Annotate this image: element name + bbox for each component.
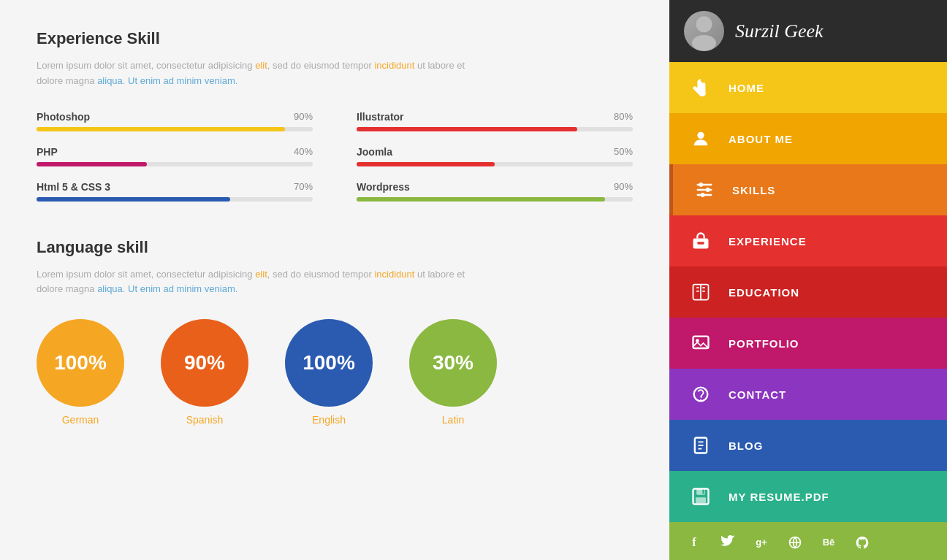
skills-grid: Photoshop 90% Illustrator 80% [37,111,633,202]
sidebar-name: Surzil Geek [735,20,824,42]
skill-bar-fill [357,197,605,202]
skill-bar-bg [37,162,313,166]
lang-label-spanish: Spanish [186,414,224,426]
skill-wordpress: Wordpress 90% [357,181,633,202]
hand-icon [688,74,714,101]
person-icon [688,126,714,152]
skill-html5: Html 5 & CSS 3 70% [37,181,313,202]
skills-desc: Lorem ipsum dolor sit amet, consectetur … [37,58,633,89]
svg-point-0 [696,16,712,32]
nav-blog-label: BLOG [729,440,763,452]
nav-portfolio[interactable]: PORTFOLIO [669,318,947,369]
nav-blog[interactable]: BLOG [669,420,947,471]
book-icon [688,279,714,305]
lang-english: 100% English [285,319,373,426]
avatar [684,11,724,51]
svg-point-1 [692,35,716,51]
skill-php: PHP 40% [37,146,313,166]
sliders-icon [691,177,718,203]
lang-german: 100% German [37,319,124,426]
document-icon [688,432,714,459]
svg-point-6 [699,183,703,187]
skill-bar-bg [357,197,633,202]
behance-icon[interactable]: Bē [818,532,839,553]
main-content: Experience Skill Lorem ipsum dolor sit a… [0,0,669,560]
svg-point-2 [697,132,704,139]
nav-contact-label: CONTACT [729,388,786,401]
svg-point-7 [706,188,710,192]
lang-label-german: German [62,414,99,426]
svg-rect-21 [696,497,706,503]
svg-point-8 [701,193,705,197]
nav-experience[interactable]: EXPERIENCE [669,215,947,266]
nav-experience-label: EXPERIENCE [729,235,807,248]
image-icon [688,330,714,356]
lang-spanish: 90% Spanish [161,319,248,426]
svg-point-14 [700,399,701,401]
skills-section: Experience Skill Lorem ipsum dolor sit a… [37,29,633,202]
nav-skills[interactable]: SKILLS [669,164,947,215]
sidebar: Surzil Geek HOME ABOUT ME [669,0,947,560]
nav-skills-label: SKILLS [732,184,775,196]
lang-label-english: English [312,414,346,426]
skill-bar-bg [357,127,633,131]
nav-portfolio-label: PORTFOLIO [729,337,799,350]
lang-latin: 30% Latin [409,319,497,426]
googleplus-icon[interactable]: g+ [751,532,772,553]
lang-circle-german: 100% [37,319,124,407]
skills-title: Experience Skill [37,29,633,48]
skill-photoshop: Photoshop 90% [37,111,313,131]
nav-education-label: EDUCATION [729,286,799,299]
skill-bar-fill [357,162,495,166]
language-circles: 100% German 90% Spanish 100% English 30%… [37,319,633,426]
skill-joomla: Joomla 50% [357,146,633,166]
nav-home-label: HOME [729,82,764,94]
lang-label-latin: Latin [442,414,464,426]
skill-illustrator: Illustrator 80% [357,111,633,131]
floppy-icon [688,483,714,510]
skill-bar-fill [357,127,577,131]
skill-bar-fill [37,162,147,166]
sidebar-header: Surzil Geek [669,0,947,62]
social-bar: f g+ Bē [669,522,947,560]
briefcase-icon [688,228,714,254]
svg-rect-10 [697,242,704,245]
facebook-icon[interactable]: f [684,532,704,553]
nav-resume[interactable]: MY RESUME.PDF [669,471,947,522]
lang-circle-english: 100% [285,319,373,407]
svg-rect-22 [702,490,704,494]
skill-bar-bg [37,127,313,131]
lang-circle-spanish: 90% [161,319,248,407]
twitter-icon[interactable] [718,532,738,553]
language-desc: Lorem ipsum dolor sit amet, consectetur … [37,267,633,298]
skill-bar-bg [37,197,313,202]
skill-bar-bg [357,162,633,166]
nav-contact[interactable]: CONTACT [669,369,947,420]
github-icon[interactable] [852,532,872,553]
phone-icon [688,381,714,407]
lang-circle-latin: 30% [409,319,497,407]
nav-about[interactable]: ABOUT ME [669,113,947,164]
skill-bar-fill [37,197,230,202]
nav-about-label: ABOUT ME [729,133,793,145]
language-section: Language skill Lorem ipsum dolor sit ame… [37,238,633,426]
nav-home[interactable]: HOME [669,62,947,113]
globe-icon[interactable] [785,532,805,553]
language-title: Language skill [37,238,633,257]
nav-resume-label: MY RESUME.PDF [729,491,829,503]
skill-bar-fill [37,127,285,131]
nav-education[interactable]: EDUCATION [669,266,947,318]
